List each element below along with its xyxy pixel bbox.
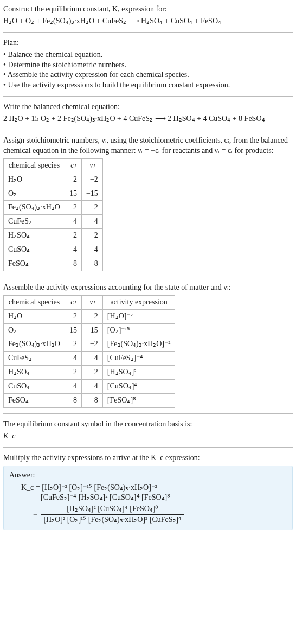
cell-vi: 2 [81, 229, 102, 243]
cell-species: Fe₂(SO₄)₃·xH₂O [4, 337, 65, 352]
prompt-section: Construct the equilibrium constant, K, e… [3, 4, 293, 27]
cell-vi: 4 [81, 243, 102, 257]
cell-vi: −2 [81, 173, 102, 187]
cell-species: CuFeS₂ [4, 215, 65, 229]
cell-ci: 2 [65, 309, 81, 323]
prompt-line1: Construct the equilibrium constant, K, e… [3, 4, 293, 15]
answer-box: Answer: K_c = [H₂O]⁻² [O₂]⁻¹⁵ [Fe₂(SO₄)₃… [3, 466, 293, 530]
stoich-heading: Assign stoichiometric numbers, νᵢ, using… [3, 136, 293, 156]
activity-table: chemical species cᵢ νᵢ activity expressi… [3, 295, 175, 408]
fraction-numerator: [H₂SO₄]² [CuSO₄]⁴ [FeSO₄]⁸ [41, 504, 184, 514]
answer-expression: K_c = [H₂O]⁻² [O₂]⁻¹⁵ [Fe₂(SO₄)₃·xH₂O]⁻²… [9, 483, 287, 526]
col-activity: activity expression [102, 295, 175, 309]
divider [3, 32, 293, 33]
table-row: Fe₂(SO₄)₃·xH₂O2−2 [4, 201, 103, 215]
cell-species: CuSO₄ [4, 243, 65, 257]
col-vi: νᵢ [81, 158, 102, 173]
multiply-section: Mulitply the activity expressions to arr… [3, 453, 293, 530]
cell-vi: 2 [81, 366, 102, 380]
cell-species: FeSO₄ [4, 394, 65, 408]
cell-activity: [H₂O]⁻² [102, 309, 175, 323]
stoich-table: chemical species cᵢ νᵢ H₂O2−2 O₂15−15 Fe… [3, 158, 103, 271]
cell-vi: 8 [81, 257, 102, 271]
col-species: chemical species [4, 295, 65, 309]
table-row: FeSO₄88 [4, 257, 103, 271]
balanced-heading: Write the balanced chemical equation: [3, 102, 293, 112]
col-ci: cᵢ [65, 295, 81, 309]
cell-activity: [Fe₂(SO₄)₃·xH₂O]⁻² [102, 337, 175, 352]
cell-species: FeSO₄ [4, 257, 65, 271]
kc-heading: The equilibrium constant symbol in the c… [3, 419, 293, 430]
cell-ci: 2 [65, 201, 81, 215]
equals-sign: = [21, 509, 40, 520]
cell-vi: −2 [81, 201, 102, 215]
cell-ci: 2 [65, 229, 81, 243]
cell-ci: 4 [65, 352, 81, 366]
kc-symbol-section: The equilibrium constant symbol in the c… [3, 419, 293, 442]
cell-species: CuFeS₂ [4, 352, 65, 366]
answer-line2: [CuFeS₂]⁻⁴ [H₂SO₄]² [CuSO₄]⁴ [FeSO₄]⁸ [21, 493, 287, 503]
table-header-row: chemical species cᵢ νᵢ [4, 158, 103, 173]
plan-item: • Determine the stoichiometric numbers. [3, 60, 293, 71]
cell-vi: 8 [81, 394, 102, 408]
activity-section: Assemble the activity expressions accoun… [3, 283, 293, 408]
cell-vi: −15 [81, 187, 102, 201]
cell-species: H₂O [4, 309, 65, 323]
cell-activity: [FeSO₄]⁸ [102, 394, 175, 408]
cell-activity: [CuSO₄]⁴ [102, 380, 175, 394]
cell-vi: −4 [81, 215, 102, 229]
table-row: CuSO₄44 [4, 243, 103, 257]
cell-ci: 8 [65, 257, 81, 271]
divider [3, 413, 293, 414]
cell-ci: 4 [65, 380, 81, 394]
cell-activity: [H₂SO₄]² [102, 366, 175, 380]
prompt-equation: H₂O + O₂ + Fe₂(SO₄)₃·xH₂O + CuFeS₂ ⟶ H₂S… [3, 16, 293, 27]
divider [3, 96, 293, 97]
table-row: O₂15−15 [4, 187, 103, 201]
cell-species: H₂O [4, 173, 65, 187]
plan-heading: Plan: [3, 38, 293, 48]
table-row: H₂SO₄22[H₂SO₄]² [4, 366, 175, 380]
cell-vi: −2 [81, 309, 102, 323]
fraction-denominator: [H₂O]² [O₂]¹⁵ [Fe₂(SO₄)₃·xH₂O]² [CuFeS₂]… [41, 514, 184, 525]
table-row: CuSO₄44[CuSO₄]⁴ [4, 380, 175, 394]
table-row: CuFeS₂4−4 [4, 215, 103, 229]
multiply-heading: Mulitply the activity expressions to arr… [3, 453, 293, 463]
cell-activity: [CuFeS₂]⁻⁴ [102, 352, 175, 366]
plan-item: • Balance the chemical equation. [3, 50, 293, 60]
cell-vi: −4 [81, 352, 102, 366]
plan-item: • Use the activity expressions to build … [3, 80, 293, 91]
table-row: CuFeS₂4−4[CuFeS₂]⁻⁴ [4, 352, 175, 366]
answer-label: Answer: [9, 470, 287, 481]
cell-ci: 8 [65, 394, 81, 408]
cell-species: CuSO₄ [4, 380, 65, 394]
cell-species: O₂ [4, 187, 65, 201]
table-row: H₂O2−2 [4, 173, 103, 187]
cell-ci: 4 [65, 215, 81, 229]
col-ci: cᵢ [65, 158, 81, 173]
col-vi: νᵢ [81, 295, 102, 309]
kc-value: K_c [3, 431, 293, 442]
cell-ci: 2 [65, 337, 81, 352]
table-row: O₂15−15[O₂]⁻¹⁵ [4, 323, 175, 337]
table-row: FeSO₄88[FeSO₄]⁸ [4, 394, 175, 408]
table-header-row: chemical species cᵢ νᵢ activity expressi… [4, 295, 175, 309]
table-row: H₂O2−2[H₂O]⁻² [4, 309, 175, 323]
cell-species: H₂SO₄ [4, 366, 65, 380]
plan-item: • Assemble the activity expression for e… [3, 70, 293, 80]
cell-species: H₂SO₄ [4, 229, 65, 243]
table-row: H₂SO₄22 [4, 229, 103, 243]
col-species: chemical species [4, 158, 65, 173]
divider [3, 277, 293, 277]
cell-activity: [O₂]⁻¹⁵ [102, 323, 175, 337]
cell-ci: 4 [65, 243, 81, 257]
divider [3, 447, 293, 448]
cell-ci: 15 [65, 323, 81, 337]
document-root: Construct the equilibrium constant, K, e… [0, 0, 296, 539]
table-row: Fe₂(SO₄)₃·xH₂O2−2[Fe₂(SO₄)₃·xH₂O]⁻² [4, 337, 175, 352]
answer-line1: K_c = [H₂O]⁻² [O₂]⁻¹⁵ [Fe₂(SO₄)₃·xH₂O]⁻² [21, 483, 157, 492]
cell-vi: 4 [81, 380, 102, 394]
balanced-section: Write the balanced chemical equation: 2 … [3, 102, 293, 124]
cell-vi: −2 [81, 337, 102, 352]
cell-ci: 2 [65, 173, 81, 187]
